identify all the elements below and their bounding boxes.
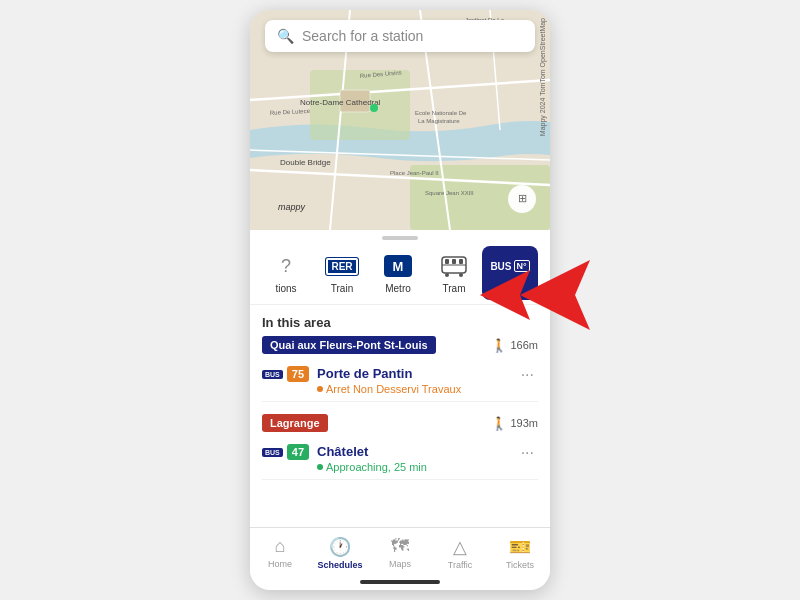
double-bridge-label: Double Bridge bbox=[280, 158, 331, 167]
drag-handle[interactable] bbox=[382, 236, 418, 240]
route-number-47: 47 bbox=[287, 444, 309, 460]
station-group-lagrange: Lagrange 🚶 193m BUS 47 Châtelet bbox=[262, 414, 538, 480]
svg-rect-25 bbox=[452, 259, 456, 264]
route-name-47: Châtelet bbox=[317, 444, 517, 459]
bus-badge-75: BUS bbox=[262, 370, 283, 379]
station-header-lagrange: Lagrange 🚶 193m bbox=[262, 414, 538, 432]
nav-schedules[interactable]: 🕐 Schedules bbox=[310, 528, 370, 576]
route-status-75: Arret Non Desservi Travaux bbox=[317, 383, 517, 395]
mappy-label: mappy bbox=[278, 202, 305, 212]
route-number-75: 75 bbox=[287, 366, 309, 382]
nav-schedules-label: Schedules bbox=[317, 560, 362, 570]
nav-tickets-label: Tickets bbox=[506, 560, 534, 570]
more-button-47[interactable]: ··· bbox=[517, 444, 538, 462]
svg-rect-24 bbox=[445, 259, 449, 264]
nav-maps-label: Maps bbox=[389, 559, 411, 569]
search-placeholder: Search for a station bbox=[302, 28, 423, 44]
svg-text:La Magistrature: La Magistrature bbox=[418, 118, 460, 124]
map-area: Rue Des Ursins Rue De Lutece Ecole Natio… bbox=[250, 10, 550, 230]
nav-home-label: Home bbox=[268, 559, 292, 569]
svg-text:⊞: ⊞ bbox=[518, 192, 527, 204]
tab-other-label: tions bbox=[275, 283, 296, 294]
distance-lagrange: 🚶 193m bbox=[491, 416, 538, 431]
traffic-icon: △ bbox=[453, 536, 467, 558]
nav-traffic-label: Traffic bbox=[448, 560, 473, 570]
more-button-75[interactable]: ··· bbox=[517, 366, 538, 384]
distance-value-lagrange: 193m bbox=[510, 417, 538, 429]
tab-tram[interactable]: Tram bbox=[426, 246, 482, 300]
home-icon: ⌂ bbox=[275, 536, 286, 557]
route-row-75: BUS 75 Porte de Pantin Arret Non Desserv… bbox=[262, 360, 538, 402]
route-info-75: Porte de Pantin Arret Non Desservi Trava… bbox=[317, 366, 517, 395]
tab-other[interactable]: ? tions bbox=[258, 246, 314, 300]
tab-train-icon: RER bbox=[324, 252, 360, 280]
bottom-nav: ⌂ Home 🕐 Schedules 🗺 Maps △ Traffic 🎫 Ti… bbox=[250, 527, 550, 576]
svg-text:Place Jean-Paul II: Place Jean-Paul II bbox=[390, 170, 439, 176]
svg-text:M: M bbox=[393, 259, 404, 274]
search-bar[interactable]: 🔍 Search for a station bbox=[265, 20, 535, 52]
notre-dame-label: Notre-Dame Cathedral bbox=[300, 98, 380, 107]
svg-point-28 bbox=[459, 273, 463, 277]
nav-traffic[interactable]: △ Traffic bbox=[430, 528, 490, 576]
route-left-75: BUS 75 bbox=[262, 366, 309, 382]
bus-badge-47: BUS bbox=[262, 448, 283, 457]
tickets-icon: 🎫 bbox=[509, 536, 531, 558]
walk-icon-lagrange: 🚶 bbox=[491, 416, 507, 431]
station-group-quai: Quai aux Fleurs-Pont St-Louis 🚶 166m BUS… bbox=[262, 336, 538, 402]
tab-train[interactable]: RER Train bbox=[314, 246, 370, 300]
bottom-bar bbox=[360, 580, 440, 584]
tab-other-icon: ? bbox=[268, 252, 304, 280]
tab-metro[interactable]: M Metro bbox=[370, 246, 426, 300]
tab-tram-label: Tram bbox=[443, 283, 466, 294]
tab-metro-icon: M bbox=[380, 252, 416, 280]
distance-value-quai: 166m bbox=[510, 339, 538, 351]
station-name-quai: Quai aux Fleurs-Pont St-Louis bbox=[262, 336, 436, 354]
nav-maps[interactable]: 🗺 Maps bbox=[370, 528, 430, 576]
route-left-47: BUS 47 bbox=[262, 444, 309, 460]
in-this-area-title: In this area bbox=[262, 305, 538, 336]
nav-tickets[interactable]: 🎫 Tickets bbox=[490, 528, 550, 576]
distance-quai: 🚶 166m bbox=[491, 338, 538, 353]
route-name-75: Porte de Pantin bbox=[317, 366, 517, 381]
status-dot-47 bbox=[317, 464, 323, 470]
svg-rect-26 bbox=[459, 259, 463, 264]
maps-icon: 🗺 bbox=[391, 536, 409, 557]
tab-bus-label: Bus bbox=[501, 283, 518, 294]
content-area: In this area Quai aux Fleurs-Pont St-Lou… bbox=[250, 305, 550, 527]
route-row-47: BUS 47 Châtelet Approaching, 25 min ··· bbox=[262, 438, 538, 480]
map-attribution: Mappy 2024 TomTom OpenStreetMap bbox=[539, 18, 546, 136]
transport-tabs: ? tions RER Train M Metro bbox=[250, 246, 550, 305]
station-header-quai: Quai aux Fleurs-Pont St-Louis 🚶 166m bbox=[262, 336, 538, 354]
tab-metro-label: Metro bbox=[385, 283, 411, 294]
location-dot bbox=[370, 104, 378, 112]
route-info-47: Châtelet Approaching, 25 min bbox=[317, 444, 517, 473]
nav-home[interactable]: ⌂ Home bbox=[250, 528, 310, 576]
schedules-icon: 🕐 bbox=[329, 536, 351, 558]
svg-text:Square Jean XXIII: Square Jean XXIII bbox=[425, 190, 474, 196]
route-status-47: Approaching, 25 min bbox=[317, 461, 517, 473]
tab-bus-icon: BUS N° bbox=[492, 252, 528, 280]
status-dot-75 bbox=[317, 386, 323, 392]
svg-text:Ecole Nationale De: Ecole Nationale De bbox=[415, 110, 467, 116]
svg-point-27 bbox=[445, 273, 449, 277]
walk-icon-quai: 🚶 bbox=[491, 338, 507, 353]
station-name-lagrange: Lagrange bbox=[262, 414, 328, 432]
tab-train-label: Train bbox=[331, 283, 353, 294]
tab-bus[interactable]: BUS N° Bus bbox=[482, 246, 538, 300]
tab-tram-icon bbox=[436, 252, 472, 280]
search-icon: 🔍 bbox=[277, 28, 294, 44]
phone-container: Rue Des Ursins Rue De Lutece Ecole Natio… bbox=[250, 10, 550, 590]
